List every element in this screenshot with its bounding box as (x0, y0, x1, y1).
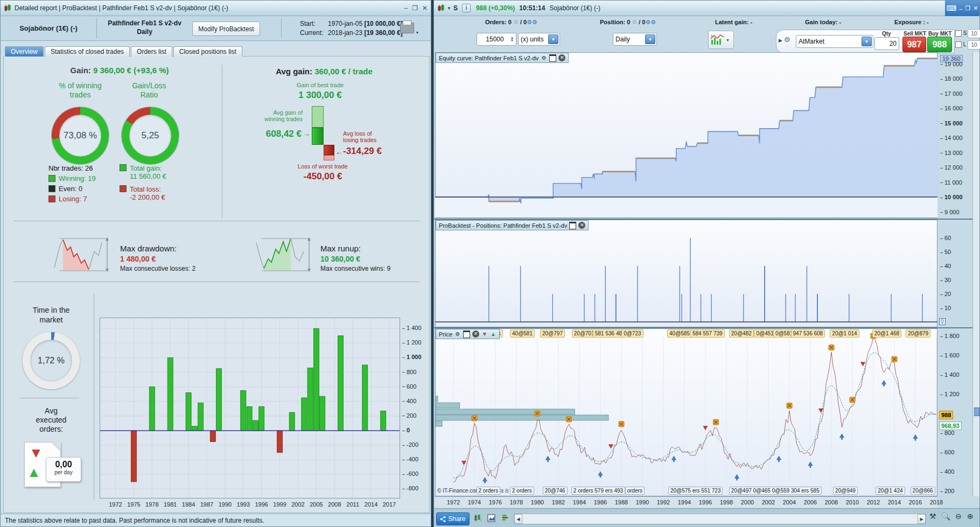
info-icon[interactable]: i (462, 4, 471, 12)
spinner-icon[interactable]: ▲▼ (510, 37, 514, 42)
x-tick: 1990 (632, 499, 653, 505)
chevron-down-icon[interactable]: ▼ (862, 37, 872, 46)
price-panel-header[interactable]: Price ⚙ ✕ ▼ ▲ (436, 329, 500, 339)
sell-order-icon[interactable]: ▼ (481, 331, 488, 338)
chevron-down-icon[interactable]: ▼ (548, 34, 558, 44)
gears-blue-icon[interactable]: ⚙⚙ (527, 19, 537, 25)
tab-orders-list[interactable]: Orders list (131, 46, 172, 57)
x-tick: 1994 (674, 499, 695, 505)
x-tick: 1990 (217, 501, 233, 508)
quantity-input[interactable]: 15000 ▲▼ (477, 33, 516, 46)
avg-gain-value: 360,00 € / trade (314, 67, 373, 76)
qty-input[interactable]: 20 (874, 37, 899, 50)
time-in-market-donut: 1,72 % (23, 332, 80, 389)
maximize-icon[interactable] (569, 222, 576, 229)
scroll-left-icon[interactable]: ◀ (514, 514, 522, 524)
order-type-dropdown[interactable]: AtMarket ▼ (796, 35, 873, 48)
y-tick: 15 000 (940, 120, 963, 127)
close-icon[interactable]: ✕ (973, 5, 978, 12)
x-tick: 2002 (758, 499, 779, 505)
maximize-icon[interactable]: ❐ (412, 4, 418, 12)
disclaimer: The statistics above relate to past data… (1, 514, 431, 526)
avg-gain-summary: Avg gain: 360,00 € / trade (238, 67, 410, 76)
modify-probacktest-button[interactable]: Modify ProBacktest (192, 22, 260, 36)
avg-orders-value: 0,00 (46, 460, 81, 469)
minimize-icon[interactable]: – (959, 5, 962, 12)
sell-mkt-button[interactable]: 987 (902, 37, 926, 52)
share-button[interactable]: Share (436, 512, 470, 525)
buy-mkt-button[interactable]: 988 (927, 37, 952, 52)
order-tag: orders (625, 487, 645, 495)
legend-item: Winning: 19 (48, 174, 96, 182)
tab-overview[interactable]: Overview (5, 46, 44, 57)
tab-closed-positions-list[interactable]: Closed positions list (173, 46, 242, 57)
market-depth-icon[interactable] (501, 512, 512, 523)
close-icon[interactable]: ✕ (558, 54, 565, 61)
overview-panel: Gain: 9 360,00 € (+93,6 %) % of winningt… (3, 56, 430, 513)
zoom-in-icon[interactable]: ⊕ (967, 512, 974, 521)
instrument-settings-icon[interactable]: ↓ (473, 512, 484, 523)
chart-type-button[interactable]: + ▼ (708, 31, 734, 49)
stop-value[interactable]: 10 (968, 29, 980, 38)
chevron-down-icon[interactable]: ▼ (726, 38, 730, 42)
close-icon[interactable]: ✕ (578, 222, 585, 229)
wrench-icon[interactable]: ⚙ (784, 36, 790, 44)
total-loss-value: -2 200,00 € (130, 193, 165, 201)
stop-checkbox[interactable] (955, 30, 962, 37)
units-dropdown[interactable]: (x) units ▼ (518, 33, 560, 46)
limit-value[interactable]: 10 (968, 40, 980, 50)
legend-swatch (48, 185, 55, 192)
snapshot-icon[interactable] (486, 512, 496, 523)
close-icon[interactable]: ✕ (472, 331, 479, 338)
y-tick-zero: 0 (939, 318, 946, 325)
limit-checkbox[interactable] (955, 41, 962, 48)
y-tick: 1 400 (402, 325, 422, 331)
gears-blue-icon[interactable]: ⚙⚙ (645, 19, 656, 25)
positions-panel-header[interactable]: ProBacktest - Positions: Pathfinder Feb1… (436, 220, 589, 230)
system-name: Pathfinder Feb1 S v2-dv Daily (100, 19, 189, 36)
zoom-fit-icon[interactable]: 🔍 (941, 512, 950, 521)
x-tick: 1998 (716, 499, 737, 505)
order-tag: 2 orders 579 ers 493 (571, 487, 625, 495)
chart-tools-icon[interactable]: ⚒ (929, 512, 936, 521)
runup-label: Max runup: (320, 244, 361, 253)
order-tag: 2 orders (477, 487, 501, 495)
x-tick: 1999 (272, 501, 288, 508)
y-tick: 1 200 (940, 391, 960, 397)
winning-donut-chart: 73,08 % (52, 107, 109, 164)
equity-panel-header[interactable]: Equity curve: Pathfinder Feb1 S v2-dv ⚙ … (436, 53, 569, 63)
exposure: Exposure : - (894, 19, 929, 25)
scroll-right-icon[interactable]: ▶ (918, 514, 926, 524)
buy-arrow-icon: ▲ (27, 464, 41, 481)
worst-trade-label: Loss of worst trade (273, 163, 373, 170)
buy-order-icon[interactable]: ▲ (490, 331, 496, 338)
gear-icon: ⚙ (632, 19, 637, 25)
chevron-down-icon[interactable]: ▼ (645, 34, 655, 44)
wrench-icon[interactable]: ⚙ (541, 55, 547, 61)
close-icon[interactable]: ✕ (422, 4, 428, 12)
chart-style-icon: + (710, 33, 725, 46)
candlestick-icon (4, 4, 12, 12)
minimize-icon[interactable]: – (404, 4, 408, 12)
horizontal-scrollbar[interactable]: ◀ ▶ (514, 514, 926, 524)
y-tick: -200 (402, 441, 418, 448)
gain-summary: Gain: 9 360,00 € (+93,6 %) (23, 66, 216, 75)
print-icon[interactable] (400, 23, 414, 33)
maximize-icon[interactable] (549, 54, 556, 62)
x-tick: 1993 (235, 501, 251, 508)
maximize-icon[interactable] (463, 331, 470, 338)
instrument-name: Sojabönor (1€) (-) (1, 16, 96, 40)
right-scroll-strip[interactable] (972, 52, 979, 496)
position-info-bar: Orders: 0 ⚙ / 0⚙⚙ Position: 0 ⚙ / 0⚙⚙ La… (434, 16, 979, 29)
chevron-down-icon[interactable]: ▼ (447, 6, 451, 11)
price-x-axis: 1972197419761978198019821984198619881990… (435, 496, 937, 509)
maximize-icon[interactable]: ❐ (965, 5, 970, 12)
tab-statistics-of-closed-trades[interactable]: Statistics of closed trades (45, 46, 130, 57)
keyboard-icon[interactable]: ⌨ (947, 4, 957, 12)
timeframe-dropdown[interactable]: Daily ▼ (613, 33, 657, 46)
x-tick: 2004 (779, 499, 800, 505)
zoom-out-icon[interactable]: ⊖ (955, 512, 962, 521)
wrench-icon[interactable]: ⚙ (454, 331, 461, 338)
collapse-arrow-icon[interactable]: ▶ (779, 38, 782, 43)
order-tag: 20@746 (543, 487, 568, 495)
